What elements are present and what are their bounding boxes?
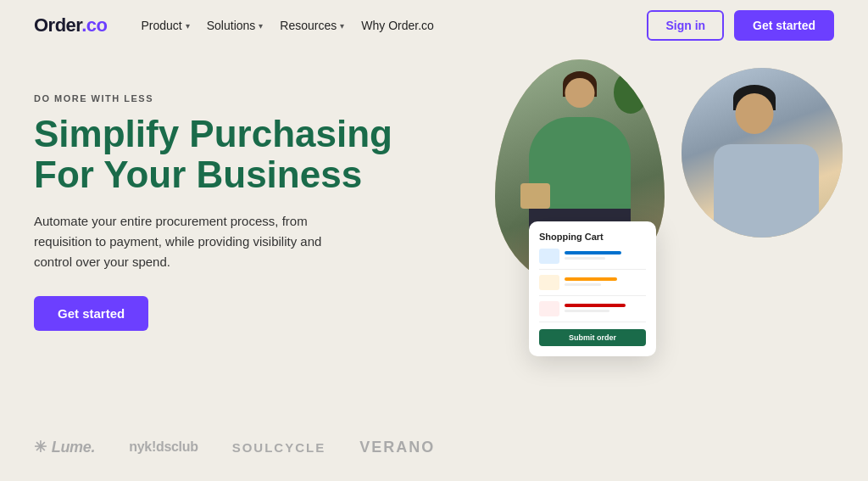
cart-item-details xyxy=(565,277,646,288)
getstarted-hero-button[interactable]: Get started xyxy=(34,296,148,331)
logo-soulcycle: SOULCYCLE xyxy=(232,440,326,455)
hero-tagline: DO MORE WITH LESS xyxy=(34,93,424,103)
hero-description: Automate your entire procurement process… xyxy=(34,211,356,272)
logo-verano: VERANO xyxy=(359,439,435,456)
logo-nykidsclub: nyk!dsclub xyxy=(129,439,198,455)
cart-item-details xyxy=(565,304,646,315)
nav-right: Sign in Get started xyxy=(647,10,834,41)
signin-button[interactable]: Sign in xyxy=(647,10,724,41)
cart-item-3 xyxy=(539,301,646,322)
nav-links: Product ▾ Solutions ▾ Resources ▾ Why Or… xyxy=(135,14,441,37)
lume-icon: ✳ xyxy=(34,438,47,456)
hero-title: Simplify Purchasing For Your Business xyxy=(34,114,424,196)
cart-item-1 xyxy=(539,249,646,270)
chevron-down-icon: ▾ xyxy=(259,21,263,31)
hero-images: Shopping Cart xyxy=(444,51,868,407)
nav-why-orderco[interactable]: Why Order.co xyxy=(354,14,441,37)
nav-solutions[interactable]: Solutions ▾ xyxy=(200,14,270,37)
cart-submit-button[interactable]: Submit order xyxy=(539,329,646,346)
nav-resources[interactable]: Resources ▾ xyxy=(273,14,351,37)
chevron-down-icon: ▾ xyxy=(340,21,344,31)
getstarted-nav-button[interactable]: Get started xyxy=(734,10,834,41)
cart-item-2 xyxy=(539,275,646,296)
lume-text: Lume. xyxy=(52,439,96,456)
hero-section: DO MORE WITH LESS Simplify Purchasing Fo… xyxy=(0,51,868,413)
hero-image-man xyxy=(682,68,843,238)
cart-store-icon-walmart xyxy=(539,249,559,264)
nav-left: Order.co Product ▾ Solutions ▾ Resources… xyxy=(34,14,441,37)
logo[interactable]: Order.co xyxy=(34,14,108,36)
hero-content: DO MORE WITH LESS Simplify Purchasing Fo… xyxy=(34,76,424,413)
navbar: Order.co Product ▾ Solutions ▾ Resources… xyxy=(0,0,868,51)
logos-section: ✳ Lume. nyk!dsclub SOULCYCLE VERANO xyxy=(0,413,868,481)
nav-product[interactable]: Product ▾ xyxy=(135,14,197,37)
chevron-down-icon: ▾ xyxy=(186,21,190,31)
shopping-cart-card: Shopping Cart xyxy=(529,221,656,356)
cart-item-details xyxy=(565,251,646,262)
cart-store-icon-amazon xyxy=(539,275,559,290)
cart-store-icon-staples xyxy=(539,301,559,316)
logo-lume: ✳ Lume. xyxy=(34,438,95,456)
cart-title: Shopping Cart xyxy=(539,232,646,242)
